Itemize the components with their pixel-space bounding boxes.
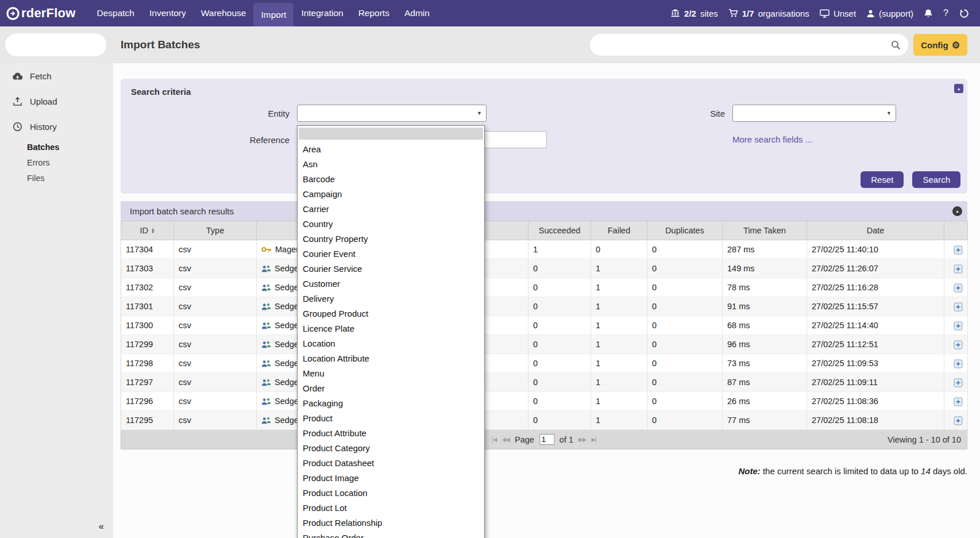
prev-page-button[interactable]: ◀◀ (502, 436, 510, 443)
organisations-indicator[interactable]: 1/7organisations (728, 9, 809, 18)
expand-row-button[interactable] (944, 240, 968, 259)
entity-option[interactable]: Menu (298, 366, 484, 381)
notifications-button[interactable] (924, 9, 933, 18)
first-page-button[interactable]: |◀ (492, 436, 496, 443)
table-row: 117295csvSedgel01077 ms27/02/25 11:08:18 (121, 411, 968, 430)
entity-option[interactable]: Country Property (298, 232, 484, 247)
sidebar-item-files[interactable]: Files (0, 170, 113, 186)
global-search-input[interactable] (590, 34, 908, 56)
panel-collapse-button[interactable]: ▲ (954, 84, 963, 93)
entity-option[interactable]: Asn (298, 157, 484, 172)
expand-row-button[interactable] (944, 392, 968, 411)
entity-option[interactable]: Product Datasheet (298, 456, 484, 471)
sidebar-collapse-chevron[interactable]: « (99, 521, 104, 532)
key-icon (261, 246, 272, 253)
cell-type: csv (174, 316, 257, 335)
expand-row-button[interactable] (944, 259, 968, 278)
cell-succeeded: 0 (528, 278, 591, 297)
last-page-button[interactable]: ▶| (591, 436, 596, 443)
terminal-indicator[interactable]: Unset (820, 9, 856, 18)
site-select[interactable]: ▼ (732, 105, 896, 122)
sidebar-item-errors[interactable]: Errors (0, 155, 113, 170)
entity-option[interactable]: Product Category (298, 441, 484, 456)
entity-option[interactable]: Courier Service (298, 262, 484, 276)
cell-type: csv (174, 354, 257, 373)
nav-item-warehouse[interactable]: Warehouse (194, 0, 254, 26)
entity-option[interactable]: Area (298, 142, 484, 157)
search-criteria-panel: Search criteria ▲ Entity ▼ Site ▼ Refere… (121, 79, 967, 194)
nav-item-integration[interactable]: Integration (294, 0, 350, 26)
col-type: Type (174, 221, 257, 240)
entity-option[interactable]: Packaging (298, 396, 484, 411)
expand-row-button[interactable] (944, 278, 968, 297)
cell-id: 117298 (121, 354, 174, 373)
sidebar-filter-input[interactable] (5, 33, 106, 56)
entity-option[interactable]: Order (298, 381, 484, 396)
entity-option[interactable]: Product Image (298, 471, 484, 486)
entity-option[interactable]: Grouped Product (298, 306, 484, 321)
sidebar-item-upload[interactable]: Upload (0, 89, 113, 114)
entity-option[interactable]: Product Relationship (298, 516, 484, 531)
plus-icon (954, 264, 963, 274)
entity-option[interactable] (299, 128, 483, 140)
cell-date: 27/02/25 11:40:10 (807, 240, 944, 259)
entity-option[interactable]: Carrier (298, 202, 484, 217)
cell-failed: 1 (591, 354, 647, 373)
nav-item-reports[interactable]: Reports (351, 0, 397, 26)
cell-time-taken: 68 ms (723, 316, 807, 335)
sidebar-item-fetch[interactable]: Fetch (0, 63, 113, 89)
expand-row-button[interactable] (944, 411, 968, 430)
cell-date: 27/02/25 11:08:36 (807, 392, 944, 411)
entity-option[interactable]: Product (298, 411, 484, 426)
next-page-button[interactable]: ▶▶ (578, 436, 586, 443)
global-search (590, 34, 908, 56)
entity-option[interactable]: Location Attribute (298, 351, 484, 366)
results-collapse-button[interactable]: ▲ (952, 206, 962, 216)
search-button[interactable]: Search (912, 171, 960, 188)
page-input[interactable] (539, 434, 554, 445)
entity-option[interactable]: Barcode (298, 172, 484, 187)
nav-item-import[interactable]: Import (253, 3, 294, 26)
entity-option[interactable]: Product Lot (298, 501, 484, 516)
cell-failed: 1 (591, 297, 647, 316)
cell-time-taken: 91 ms (723, 297, 807, 316)
entity-option[interactable]: Product Location (298, 486, 484, 501)
nav-item-despatch[interactable]: Despatch (90, 0, 142, 26)
entity-option[interactable]: Location (298, 336, 484, 351)
expand-row-button[interactable] (944, 354, 968, 373)
nav-item-inventory[interactable]: Inventory (142, 0, 194, 26)
entity-option[interactable]: Product Attribute (298, 426, 484, 441)
nav-item-admin[interactable]: Admin (397, 0, 437, 26)
entity-option[interactable]: Delivery (298, 291, 484, 306)
more-search-fields-link[interactable]: More search fields ... (732, 134, 812, 144)
reset-button[interactable]: Reset (861, 171, 904, 188)
sites-label: sites (700, 9, 718, 18)
entity-option[interactable]: Licence Plate (298, 321, 484, 336)
sidebar-item-history[interactable]: History (0, 114, 113, 139)
expand-row-button[interactable] (944, 316, 968, 335)
expand-row-button[interactable] (944, 335, 968, 354)
config-button[interactable]: Config ⚙ (913, 34, 967, 56)
user-menu[interactable]: (support) (866, 9, 913, 18)
expand-row-button[interactable] (944, 373, 968, 392)
entity-select[interactable]: ▼ (297, 105, 487, 122)
cell-time-taken: 287 ms (723, 240, 807, 259)
entity-option[interactable]: Campaign (298, 187, 484, 202)
logo[interactable]: rderFlow (6, 6, 76, 21)
logo-text: rderFlow (21, 6, 76, 21)
bank-icon (670, 9, 680, 18)
group-icon (261, 283, 271, 292)
sites-indicator[interactable]: 2/2sites (670, 9, 718, 18)
cell-failed: 1 (591, 335, 647, 354)
entity-option[interactable]: Courier Event (298, 247, 484, 262)
table-row: 117304csvMagen100287 ms27/02/25 11:40:10 (121, 240, 968, 259)
entity-option[interactable]: Customer (298, 276, 484, 291)
sidebar-item-batches[interactable]: Batches (0, 139, 113, 155)
entity-option[interactable]: Purchase Order (298, 531, 484, 538)
col-id[interactable]: ID▲▼ (121, 221, 174, 240)
entity-option[interactable]: Country (298, 217, 484, 232)
table-row: 117300csvSedgel01068 ms27/02/25 11:14:40 (121, 316, 968, 335)
refresh-button[interactable] (959, 8, 970, 19)
help-button[interactable]: ? (943, 8, 948, 18)
expand-row-button[interactable] (944, 297, 968, 316)
